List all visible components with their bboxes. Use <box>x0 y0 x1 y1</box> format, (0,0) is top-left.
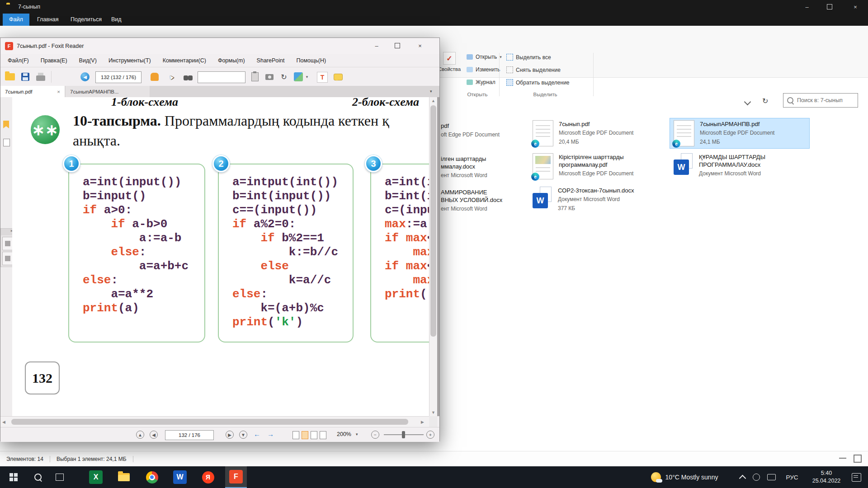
zoom-out-icon[interactable]: − <box>371 431 379 439</box>
dropdown-icon[interactable]: ▾ <box>304 72 310 82</box>
panel-tool-button[interactable] <box>2 237 13 250</box>
text-viewer-icon[interactable]: T <box>317 72 328 83</box>
previous-page-icon[interactable]: ◀ <box>150 431 158 439</box>
scroll-left-icon[interactable]: ◀ <box>2 420 5 424</box>
invert-selection-button[interactable]: Обратить выделение <box>506 79 570 86</box>
previous-view-arrow-icon[interactable]: ← <box>254 430 260 438</box>
taskbar-yandex-icon[interactable]: Я <box>197 466 219 488</box>
taskbar-word-icon[interactable]: W <box>169 466 191 488</box>
file-item[interactable]: W ҚҰРАМДЫ ШАРТТАРДЫ ПРОГРАММАЛАУ.docx До… <box>670 151 809 179</box>
scroll-right-icon[interactable]: ▶ <box>421 420 424 424</box>
tray-expand-button[interactable] <box>736 466 749 488</box>
scroll-down-icon[interactable]: ▼ <box>429 410 437 415</box>
bookmarks-panel-icon[interactable] <box>3 121 9 128</box>
refresh-icon[interactable]: ↻ <box>762 97 768 105</box>
menu-forms[interactable]: Формы(m) <box>212 56 250 65</box>
vertical-scroll-thumb[interactable] <box>430 105 436 337</box>
tab-close-icon[interactable]: × <box>57 89 60 94</box>
foxit-close-button[interactable]: × <box>411 39 429 52</box>
menu-tools[interactable]: Инструменты(T) <box>103 56 156 65</box>
taskbar-explorer-icon[interactable] <box>113 466 135 488</box>
explorer-tab-view[interactable]: Вид <box>105 14 128 26</box>
file-item[interactable]: e 7сынып.pdf Microsoft Edge PDF Document… <box>529 118 668 148</box>
file-item[interactable]: W СОР2-3токсан-7сынып.docx Документ Micr… <box>529 185 668 214</box>
horizontal-scroll-thumb[interactable] <box>11 419 408 425</box>
doc-tab[interactable]: 7сыныпАРМАНПВ... <box>66 86 150 97</box>
continuous-layout-icon[interactable] <box>302 431 308 439</box>
explorer-tab-file[interactable]: Файл <box>3 14 29 26</box>
find-input[interactable] <box>198 71 245 83</box>
print-icon[interactable] <box>36 72 46 82</box>
zoom-in-icon[interactable]: + <box>426 431 434 439</box>
comment-icon[interactable] <box>333 72 343 82</box>
first-page-icon[interactable]: ▲ <box>136 431 144 439</box>
page-number-display[interactable]: 132 (132 / 176) <box>95 71 142 83</box>
explorer-tab-share[interactable]: Поделиться <box>64 14 108 26</box>
action-center-button[interactable] <box>847 466 865 488</box>
select-tool-icon[interactable]: ▲ <box>166 72 176 82</box>
open-button[interactable]: Открыть▾ <box>467 54 502 60</box>
continuous-facing-layout-icon[interactable] <box>320 431 326 439</box>
explorer-minimize-button[interactable]: – <box>797 0 817 14</box>
explorer-tab-home[interactable]: Главная <box>31 14 65 26</box>
foxit-maximize-button[interactable] <box>388 39 406 52</box>
weather-widget[interactable]: 10°C Mostly sunny <box>637 466 732 488</box>
tab-list-dropdown-icon[interactable]: ▾ <box>430 89 432 94</box>
edit-button[interactable]: Изменить <box>467 66 500 73</box>
save-icon[interactable] <box>20 72 30 82</box>
taskbar-excel-icon[interactable]: X <box>85 466 107 488</box>
foxit-minimize-button[interactable]: – <box>368 39 386 52</box>
menu-edit[interactable]: Правка(E) <box>35 56 73 65</box>
tray-icon-1[interactable] <box>750 466 763 488</box>
scroll-up-icon[interactable]: ▲ <box>429 99 437 103</box>
last-page-icon[interactable]: ▼ <box>239 431 247 439</box>
previous-view-icon[interactable]: ◀ <box>80 72 90 82</box>
menu-help[interactable]: Помощь(H) <box>291 56 331 65</box>
taskbar-clock[interactable]: 5:4025.04.2022 <box>806 466 847 488</box>
taskbar-search-button[interactable] <box>27 466 49 488</box>
menu-file[interactable]: Файл(F) <box>2 56 34 65</box>
zoom-dropdown-icon[interactable]: ▾ <box>356 432 358 436</box>
taskbar-chrome-icon[interactable] <box>141 466 163 488</box>
file-item[interactable]: e Кірістірілген шарттарды программалау.p… <box>529 151 668 181</box>
snapshot-icon[interactable] <box>264 72 274 82</box>
file-item-fragment[interactable]: АММИРОВАНИЕ ВНЫХ УСЛОВИЙ.docx ент Micros… <box>441 188 527 213</box>
next-view-arrow-icon[interactable]: → <box>267 430 274 438</box>
select-all-button[interactable]: Выделить все <box>506 54 551 61</box>
start-button[interactable] <box>0 466 27 488</box>
hand-tool-icon[interactable] <box>150 72 160 82</box>
pages-panel-icon[interactable] <box>3 139 10 146</box>
panel-tool-button[interactable] <box>2 252 13 265</box>
file-item-fragment[interactable]: pdf oft Edge PDF Document <box>441 122 527 140</box>
find-icon[interactable] <box>183 72 193 82</box>
clear-selection-button[interactable]: Снять выделение <box>506 66 561 73</box>
taskbar-foxit-icon[interactable]: F <box>225 466 247 488</box>
clipboard-icon[interactable] <box>250 72 260 82</box>
file-item-selected[interactable]: e 7сыныпАРМАНПВ.pdf Microsoft Edge PDF D… <box>670 118 809 148</box>
facing-layout-icon[interactable] <box>311 431 317 439</box>
zoom-slider-thumb[interactable] <box>402 431 405 438</box>
language-indicator[interactable]: РУС <box>780 466 804 488</box>
explorer-search-box[interactable]: Поиск в: 7-сынып <box>783 93 858 108</box>
horizontal-scrollbar[interactable]: ◀ ▶ <box>0 416 429 427</box>
task-view-button[interactable] <box>49 466 71 488</box>
tray-icon-2[interactable] <box>764 466 778 488</box>
thumbnails-view-icon[interactable] <box>854 455 862 463</box>
addressbar-dropdown-icon[interactable] <box>744 99 751 106</box>
history-button[interactable]: Журнал <box>467 79 495 85</box>
menu-comments[interactable]: Комментарии(C) <box>157 56 212 65</box>
zoom-level-value[interactable]: 200% <box>337 431 351 437</box>
file-item-fragment[interactable]: ілген шарттарды ммалау.docx ент Microsof… <box>441 155 527 179</box>
doc-tab-active[interactable]: 7сынып.pdf × <box>0 86 65 97</box>
single-page-layout-icon[interactable] <box>292 431 299 439</box>
open-file-icon[interactable] <box>5 72 15 82</box>
menu-view[interactable]: Вид(V) <box>74 56 102 65</box>
vertical-scrollbar[interactable]: ▲ ▼ <box>429 97 437 416</box>
explorer-maximize-button[interactable] <box>819 0 840 14</box>
next-page-icon[interactable]: ▶ <box>226 431 234 439</box>
menu-sharepoint[interactable]: SharePoint <box>251 56 290 65</box>
translate-tool-icon[interactable] <box>293 72 303 82</box>
page-field[interactable]: 132 / 176 <box>165 430 214 440</box>
rotate-view-icon[interactable]: ↻ <box>279 72 289 82</box>
explorer-close-button[interactable]: × <box>843 0 868 14</box>
